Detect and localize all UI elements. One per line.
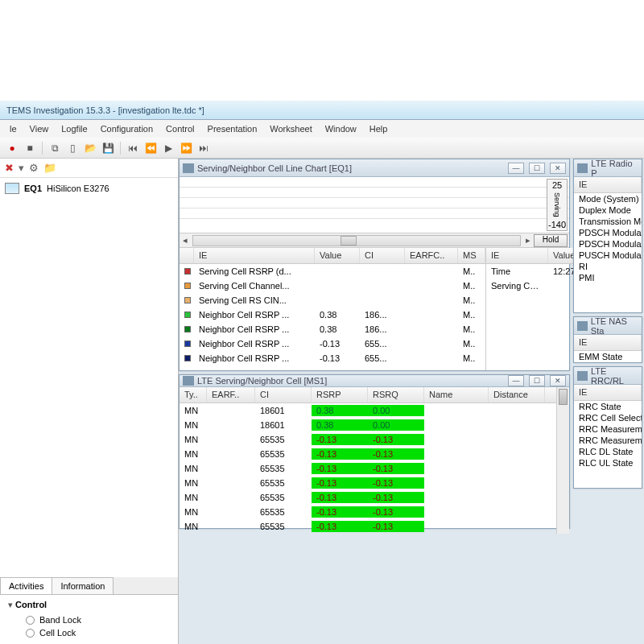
activities-tree: Control Band Lock Cell Lock xyxy=(0,595,178,644)
menu-configuration[interactable]: Configuration xyxy=(94,122,159,136)
panel-title: LTE Serving/Neighbor Cell [MS1] xyxy=(197,376,327,386)
list-item[interactable]: RLC DL State xyxy=(574,446,642,457)
list-item[interactable]: PUSCH Modulati xyxy=(574,250,642,261)
table-row[interactable]: MN186010.380.00 xyxy=(180,418,556,432)
doc-icon[interactable]: ▯ xyxy=(65,141,80,155)
minimize-button[interactable]: — xyxy=(508,375,524,386)
mdi-area: Serving/Neighbor Cell Line Chart [EQ1] —… xyxy=(179,159,644,644)
menu-worksheet[interactable]: Worksheet xyxy=(263,122,318,136)
list-item[interactable]: RI xyxy=(574,261,642,272)
skip-next-icon[interactable]: ⏭ xyxy=(196,141,211,155)
menu-help[interactable]: Help xyxy=(363,122,394,136)
list-item[interactable]: EMM State xyxy=(574,351,642,362)
grid-header[interactable]: Ty..EARF..CIRSRPRSRQNameDistance xyxy=(180,387,556,403)
table-row[interactable]: MN65535-0.13-0.13 xyxy=(180,505,556,519)
table-row[interactable]: Neighbor Cell RSRP ...-0.13655...M.. xyxy=(180,336,485,351)
sidebar-tabs: Activities Information xyxy=(0,577,178,595)
panel-line-chart: Serving/Neighbor Cell Line Chart [EQ1] —… xyxy=(179,159,570,371)
menu-window[interactable]: Window xyxy=(319,122,363,136)
radio-icon xyxy=(26,616,35,625)
maximize-button[interactable]: ☐ xyxy=(529,375,545,386)
tab-activities[interactable]: Activities xyxy=(0,577,52,594)
table-row[interactable]: Serving Cell Channel...M.. xyxy=(180,279,485,293)
play-icon[interactable]: ▶ xyxy=(161,141,175,155)
table-row[interactable]: MN65535-0.13-0.13 xyxy=(180,461,556,476)
menu-control[interactable]: Control xyxy=(159,122,200,136)
gear-icon[interactable]: ⚙ xyxy=(29,162,39,174)
table-row[interactable]: Neighbor Cell RSRP ...0.38186...M.. xyxy=(180,308,485,322)
table-icon xyxy=(577,163,588,173)
panel-title: LTE NAS Sta xyxy=(591,316,638,336)
vertical-scrollbar[interactable] xyxy=(556,387,569,534)
table-row[interactable]: MN65535-0.13-0.13 xyxy=(180,432,556,447)
list-item[interactable]: Mode (System) xyxy=(574,193,642,204)
device-name: HiSilicon E3276 xyxy=(47,184,109,193)
chart-scrollbar[interactable]: ◂▸ Hold xyxy=(180,233,569,248)
menu-logfile[interactable]: Logfile xyxy=(55,122,93,136)
list-item[interactable]: RRC Cell Selecti xyxy=(574,412,642,423)
list-item[interactable]: PDSCH Modulati xyxy=(574,238,642,250)
menu-presentation[interactable]: Presentation xyxy=(201,122,264,136)
tree-band-lock[interactable]: Band Lock xyxy=(8,613,170,626)
panel-title: Serving/Neighbor Cell Line Chart [EQ1] xyxy=(197,163,352,173)
table-row[interactable]: Serving Cell RSRP (d...M.. xyxy=(180,264,485,279)
tree-cell-lock[interactable]: Cell Lock xyxy=(8,626,170,639)
table-icon xyxy=(183,376,194,386)
delete-icon[interactable]: ✖ xyxy=(5,162,14,174)
table-row[interactable]: Neighbor Cell RSRP ...-0.13655...M.. xyxy=(180,351,485,365)
menu-view[interactable]: View xyxy=(23,122,56,136)
left-sidebar: ✖ ▾ ⚙ 📁 EQ1 HiSilicon E3276 Activities I… xyxy=(0,159,179,644)
menu-bar: le View Logfile Configuration Control Pr… xyxy=(0,120,644,138)
device-code: EQ1 xyxy=(24,184,42,193)
chart-icon xyxy=(183,163,194,173)
list-item[interactable]: RRC Measureme xyxy=(574,423,642,435)
minimize-button[interactable]: — xyxy=(508,163,524,174)
table-row[interactable]: MN186010.380.00 xyxy=(180,403,556,418)
app-title: TEMS Investigation 15.3.3 - [investigati… xyxy=(6,105,204,115)
close-button[interactable]: ✕ xyxy=(550,163,566,174)
list-item[interactable]: RRC State xyxy=(574,401,642,412)
panel-title: LTE Radio P xyxy=(591,159,638,178)
monitor-icon xyxy=(5,183,19,194)
panel-lte-rrc: LTE RRC/RL IE RRC StateRRC Cell SelectiR… xyxy=(573,366,642,489)
list-item[interactable]: Transmission Mo xyxy=(574,216,642,227)
table-row[interactable]: MN65535-0.13-0.13 xyxy=(180,476,556,490)
panel-lte-radio: LTE Radio P IE Mode (System)Duplex ModeT… xyxy=(573,159,642,313)
list-item[interactable]: RRC Measureme xyxy=(574,435,642,446)
save-icon[interactable]: 💾 xyxy=(101,141,115,155)
radio-icon xyxy=(26,629,35,638)
table-icon xyxy=(577,371,588,381)
list-item[interactable]: RLC UL State xyxy=(574,457,642,469)
table-row[interactable]: MN65535-0.13-0.13 xyxy=(180,519,556,534)
skip-prev-icon[interactable]: ⏮ xyxy=(126,141,140,155)
hold-button[interactable]: Hold xyxy=(534,234,568,247)
tab-information[interactable]: Information xyxy=(52,577,114,594)
stop-icon[interactable]: ■ xyxy=(23,141,37,155)
copy-icon[interactable]: ⧉ xyxy=(47,141,62,155)
table-icon xyxy=(577,321,588,331)
table-row[interactable]: Neighbor Cell RSRP ...0.38186...M.. xyxy=(180,322,485,336)
grid-header[interactable]: IEValueCIEARFC..MS xyxy=(180,248,485,264)
list-item[interactable]: PDSCH Modulati xyxy=(574,227,642,238)
close-button[interactable]: ✕ xyxy=(550,375,566,386)
table-row[interactable]: MN65535-0.13-0.13 xyxy=(180,447,556,461)
folder-icon[interactable]: 📁 xyxy=(43,162,56,174)
list-item[interactable]: PMI xyxy=(574,272,642,283)
panel-lte-nas: LTE NAS Sta IE EMM State xyxy=(573,316,642,363)
open-icon[interactable]: 📂 xyxy=(83,141,97,155)
table-row[interactable]: Serving Cell RS CIN...M.. xyxy=(180,293,485,308)
device-item[interactable]: EQ1 HiSilicon E3276 xyxy=(5,183,173,194)
table-row[interactable]: MN65535-0.13-0.13 xyxy=(180,490,556,505)
chart-canvas: 25 Serving -140 xyxy=(180,177,569,233)
rewind-icon[interactable]: ⏪ xyxy=(143,141,158,155)
panel-title: LTE RRC/RL xyxy=(591,366,638,386)
toolbar: ● ■ ⧉ ▯ 📂 💾 ⏮ ⏪ ▶ ⏩ ⏭ xyxy=(0,138,644,159)
menu-file[interactable]: le xyxy=(3,122,23,136)
record-icon[interactable]: ● xyxy=(5,141,19,155)
forward-icon[interactable]: ⏩ xyxy=(179,141,193,155)
panel-serving-neighbor: LTE Serving/Neighbor Cell [MS1] — ☐ ✕ Ty… xyxy=(179,374,570,529)
tree-control[interactable]: Control xyxy=(8,600,170,610)
down-icon[interactable]: ▾ xyxy=(19,162,24,174)
list-item[interactable]: Duplex Mode xyxy=(574,204,642,216)
maximize-button[interactable]: ☐ xyxy=(529,163,545,174)
